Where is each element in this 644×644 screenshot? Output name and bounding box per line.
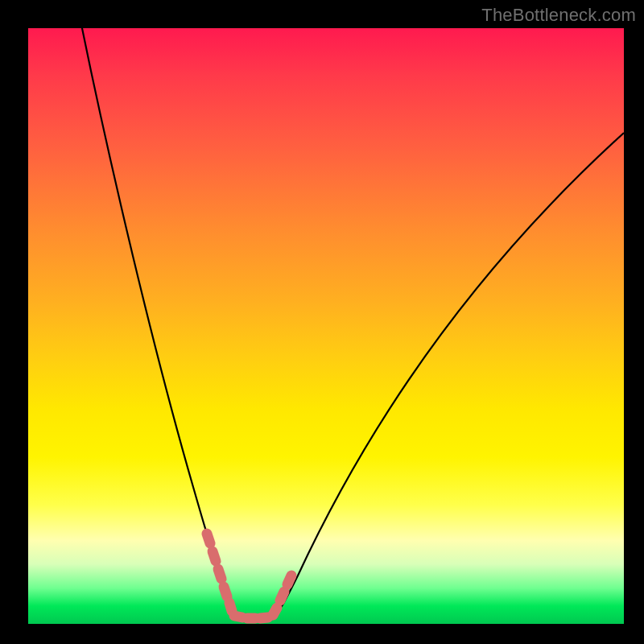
svg-line-1 (213, 551, 216, 561)
plot-area (28, 28, 624, 624)
watermark-text: TheBottleneck.com (481, 5, 636, 26)
svg-line-7 (260, 617, 268, 618)
bottleneck-curve-svg (28, 28, 624, 624)
svg-line-10 (287, 576, 291, 584)
svg-line-3 (224, 587, 227, 597)
chart-frame: TheBottleneck.com (0, 0, 644, 644)
svg-line-5 (234, 616, 242, 617)
svg-line-2 (218, 569, 221, 579)
svg-line-8 (273, 608, 277, 615)
bottleneck-curve-path (72, 28, 624, 621)
svg-line-0 (207, 534, 210, 543)
svg-line-9 (280, 592, 284, 601)
optimal-range-highlight (207, 534, 291, 618)
svg-line-4 (229, 603, 232, 611)
